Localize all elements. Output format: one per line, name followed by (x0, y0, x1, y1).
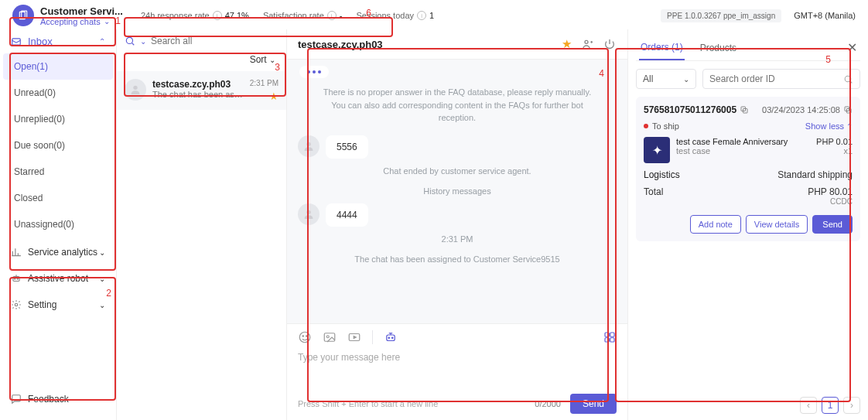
video-icon[interactable] (347, 330, 361, 344)
info-icon[interactable]: i (327, 11, 337, 20)
conv-sort[interactable]: Sort ⌄ (117, 53, 286, 71)
copy-icon[interactable] (843, 105, 853, 114)
transfer-agent-icon[interactable] (581, 37, 595, 51)
stat-label: 24h response rate (141, 11, 210, 20)
emoji-icon[interactable] (298, 330, 312, 344)
pager: ‹ 1 › (636, 389, 860, 414)
sidebar-item-duesoon[interactable]: Due soon(0) (3, 132, 113, 159)
pager-next-button[interactable]: › (843, 397, 860, 414)
svg-marker-18 (354, 336, 356, 339)
order-search-input[interactable] (709, 73, 843, 84)
star-icon[interactable]: ★ (559, 37, 573, 51)
svg-rect-2 (12, 38, 21, 44)
svg-point-6 (15, 303, 18, 306)
typing-indicator (299, 66, 329, 78)
search-icon[interactable] (843, 74, 853, 84)
chat-compose: Type your message here Press Shift + Ent… (287, 323, 627, 420)
brand-status-label: Accepting chats (40, 17, 101, 26)
sidebar-item-closed[interactable]: Closed (3, 185, 113, 211)
stats-bar: 24h response rate i 47.1% Satisfaction r… (141, 11, 434, 20)
order-search[interactable] (702, 69, 860, 89)
product-qty: x1 (816, 146, 853, 155)
product-name: test case Female Anniversary (676, 137, 810, 146)
system-message: The chat has been assigned to Customer S… (298, 251, 617, 267)
chevron-down-icon: ⌄ (269, 56, 275, 64)
power-icon[interactable] (603, 37, 617, 51)
info-icon[interactable]: i (417, 11, 426, 20)
image-icon[interactable] (323, 330, 337, 344)
svg-point-10 (306, 142, 310, 145)
pager-page-current[interactable]: 1 (822, 397, 839, 414)
sidebar-robot-label: Assistive robot (28, 273, 88, 284)
select-label: All (643, 73, 653, 84)
sidebar-item-unassigned[interactable]: Unassigned(0) (3, 211, 113, 237)
message-bubble: 5556 (326, 135, 368, 159)
tab-orders[interactable]: Orders (1) (639, 37, 685, 60)
stat-value: 1 (429, 11, 434, 20)
apps-grid-icon[interactable] (603, 330, 617, 344)
env-badge: PPE 1.0.0.3267 ppe_im_assign (661, 9, 781, 22)
system-message: Chat ended by customer service agent. (298, 163, 617, 179)
view-details-button[interactable]: View details (746, 215, 808, 234)
close-icon[interactable]: ✕ (847, 40, 857, 58)
order-filter-select[interactable]: All ⌄ (636, 69, 696, 89)
order-card: 576581075011276005 03/24/2023 14:25:08 (636, 97, 860, 241)
sidebar-item-unread[interactable]: Unread(0) (3, 80, 113, 106)
show-less-toggle[interactable]: Show less ⌃ (805, 121, 853, 131)
tab-products[interactable]: Products (699, 38, 738, 60)
feedback-icon (11, 394, 22, 405)
conv-search-row: ⌄ (117, 29, 286, 53)
send-button[interactable]: Send (570, 394, 617, 414)
sidebar-section-setting[interactable]: Setting ⌄ (3, 293, 113, 316)
chat-body[interactable]: There is no proper answer in the FAQ dat… (287, 60, 627, 323)
svg-point-21 (392, 337, 394, 339)
sidebar-item-unreplied[interactable]: Unreplied(0) (3, 106, 113, 132)
sidebar-item-open[interactable]: Open(1) (3, 53, 113, 80)
bot-icon[interactable] (384, 330, 398, 344)
svg-point-13 (302, 336, 304, 337)
conversation-item[interactable]: testcase.zcy.ph03 The chat has been assi… (117, 71, 286, 110)
char-counter: 0/2000 (535, 399, 561, 408)
order-send-button[interactable]: Send (812, 215, 853, 234)
message-row: 5556 (298, 135, 617, 159)
sidebar-item-starred[interactable]: Starred (3, 159, 113, 185)
sidebar-section-analytics[interactable]: Service analytics ⌄ (3, 241, 113, 264)
search-icon[interactable] (125, 36, 135, 46)
gear-icon (11, 299, 22, 310)
svg-rect-23 (610, 333, 614, 336)
copy-icon[interactable] (740, 105, 749, 114)
chat-header: testcase.zcy.ph03 ★ (287, 29, 627, 60)
status-dot-icon (644, 124, 648, 128)
star-icon[interactable]: ★ (269, 90, 279, 102)
message-bubble: 4444 (326, 203, 368, 227)
chevron-down-icon: ⌄ (99, 248, 105, 257)
sidebar: Inbox ⌃ Open(1) Unread(0) Unreplied(0) D… (0, 29, 116, 420)
svg-rect-25 (610, 338, 614, 342)
chevron-down-icon[interactable]: ⌄ (140, 37, 146, 46)
pager-prev-button[interactable]: ‹ (800, 397, 817, 414)
avatar-icon (298, 135, 320, 157)
stat-value: - (340, 11, 343, 20)
analytics-icon (11, 247, 22, 258)
add-note-button[interactable]: Add note (690, 215, 741, 234)
svg-point-7 (126, 37, 132, 43)
sidebar-inbox-header[interactable]: Inbox ⌃ (3, 29, 113, 53)
compose-input[interactable]: Type your message here (298, 349, 617, 370)
conversation-list: ⌄ Sort ⌄ testcase.zcy.ph03 The chat has … (116, 29, 286, 420)
order-id-text: 576581075011276005 (644, 104, 736, 115)
conv-search-input[interactable] (151, 36, 279, 46)
right-panel: Orders (1) Products ✕ All ⌄ (628, 29, 868, 420)
right-tabs: Orders (1) Products ✕ (636, 34, 860, 61)
product-price: PHP 0.01 (816, 137, 853, 146)
svg-rect-24 (605, 338, 609, 342)
info-icon[interactable]: i (213, 11, 222, 20)
sidebar-section-robot[interactable]: Assistive robot ⌄ (3, 267, 113, 290)
compose-hint: Press Shift + Enter to start a new line (298, 399, 527, 408)
accepting-chats-toggle[interactable]: Accepting chats ⌄ (40, 17, 125, 26)
stat-value: 47.1% (225, 11, 249, 20)
svg-point-14 (306, 336, 308, 337)
chevron-up-icon: ⌃ (99, 37, 105, 46)
avatar-icon (298, 203, 320, 225)
sidebar-feedback[interactable]: Feedback (3, 386, 113, 415)
order-date-text: 03/24/2023 14:25:08 (762, 105, 840, 114)
